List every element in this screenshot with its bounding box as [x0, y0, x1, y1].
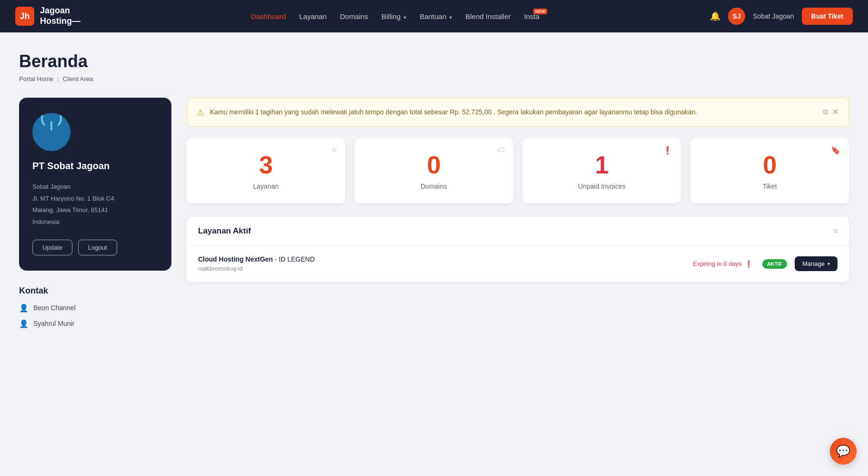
- topbar-right: 🔔 SJ Sobat Jagoan Buat Tiket: [710, 8, 853, 25]
- unpaid-label: Unpaid Invoices: [534, 182, 670, 190]
- layanan-info: Cloud Hosting NextGen - ID LEGEND naikbr…: [198, 255, 693, 272]
- layanan-expiry: Expiring in 0 days ❗: [693, 260, 753, 268]
- nav-domains[interactable]: Domains: [340, 12, 368, 20]
- unpaid-count: 1: [534, 152, 670, 179]
- unpaid-alert-icon: ❗: [663, 146, 672, 155]
- domains-icon: 🏷: [497, 146, 505, 154]
- nav-dashboard[interactable]: Dashboard: [251, 12, 286, 20]
- alert-copy-button[interactable]: ⧉: [823, 108, 828, 116]
- chat-avatar: 💬: [830, 438, 857, 465]
- layanan-aktif-title: Layanan Aktif: [198, 226, 251, 236]
- layanan-label: Layanan: [198, 182, 334, 190]
- kontak-item-1: 👤 Beon Channel: [19, 304, 171, 313]
- profile-line1: Sobat Jagoan: [32, 181, 158, 193]
- layanan-domain: naikbromokuy.id: [198, 265, 693, 272]
- buat-tiket-button[interactable]: Buat Tiket: [802, 8, 853, 25]
- profile-line3: Malang, Jawa Timur, 65141: [32, 204, 158, 216]
- right-panel: ⚠ Kamu memiliki 1 tagihan yang sudah mel…: [187, 98, 849, 339]
- logo-line2: Hosting—: [40, 16, 80, 27]
- layanan-icon: ≡: [332, 146, 336, 154]
- page-body: Beranda Portal Home | Client Area: [0, 32, 868, 476]
- stats-grid: ≡ 3 Layanan 🏷 0 Domains ❗ 1 Unpaid In: [187, 138, 849, 203]
- update-button[interactable]: Update: [32, 240, 72, 255]
- nav-layanan[interactable]: Layanan: [299, 12, 327, 20]
- breadcrumb: Portal Home | Client Area: [19, 75, 849, 82]
- kontak-title: Kontak: [19, 286, 171, 296]
- profile-card: PT Sobat Jagoan Sobat Jagoan Jl. MT Hary…: [19, 98, 171, 271]
- stat-card-unpaid[interactable]: ❗ 1 Unpaid Invoices: [523, 138, 681, 203]
- nav-bantuan[interactable]: Bantuan ▾: [419, 12, 452, 20]
- profile-line2: Jl. MT Haryono No. 1 Blok C4: [32, 193, 158, 205]
- manage-button[interactable]: Manage ▾: [795, 256, 838, 271]
- tiket-count: 0: [702, 152, 838, 179]
- profile-actions: Update Logout: [32, 240, 158, 255]
- profile-line4: Indonesia: [32, 216, 158, 228]
- logout-button[interactable]: Logout: [78, 240, 117, 255]
- alert-text: Kamu memiliki 1 tagihan yang sudah melew…: [210, 107, 817, 117]
- layanan-aktif-header: Layanan Aktif ≡: [187, 217, 849, 246]
- avatar[interactable]: SJ: [728, 8, 745, 25]
- kontak-name-1: Beon Channel: [33, 304, 76, 312]
- domains-label: Domains: [366, 182, 502, 190]
- alert-box: ⚠ Kamu memiliki 1 tagihan yang sudah mel…: [187, 98, 849, 127]
- alert-actions: ⧉ ✕: [823, 107, 839, 117]
- layanan-aktif-card: Layanan Aktif ≡ Cloud Hosting NextGen - …: [187, 217, 849, 282]
- alert-warning-icon: ⚠: [197, 107, 204, 118]
- topbar-username: Sobat Jagoan: [753, 12, 794, 20]
- layanan-name: Cloud Hosting NextGen - ID LEGEND: [198, 255, 693, 263]
- power-icon: [35, 115, 68, 149]
- layanan-row: Cloud Hosting NextGen - ID LEGEND naikbr…: [187, 246, 849, 282]
- breadcrumb-portal-home[interactable]: Portal Home: [19, 75, 53, 82]
- layanan-count: 3: [198, 152, 334, 179]
- breadcrumb-sep: |: [57, 75, 59, 82]
- main-nav: Dashboard Layanan Domains Billing ▾ Bant…: [251, 12, 539, 20]
- svg-point-0: [35, 116, 68, 148]
- main-content: Beranda Portal Home | Client Area: [0, 32, 868, 476]
- nav-insta[interactable]: InstaNEW: [524, 12, 540, 20]
- tiket-icon: 🔖: [831, 146, 840, 155]
- left-panel: PT Sobat Jagoan Sobat Jagoan Jl. MT Hary…: [19, 98, 171, 339]
- manage-arrow-icon: ▾: [828, 261, 830, 266]
- nav-blend-installer[interactable]: Blend Installer: [465, 12, 510, 20]
- profile-detail: Sobat Jagoan Jl. MT Haryono No. 1 Blok C…: [32, 181, 158, 228]
- logo-area: Jh Jagoan Hosting—: [15, 6, 80, 26]
- page-title: Beranda: [19, 51, 849, 71]
- kontak-section: Kontak 👤 Beon Channel 👤 Syahrul Munir: [19, 282, 171, 339]
- profile-icon-wrap: [32, 113, 70, 151]
- logo-line1: Jagoan: [40, 6, 80, 16]
- chat-bubble[interactable]: 💬: [830, 438, 857, 465]
- alert-close-button[interactable]: ✕: [832, 107, 839, 117]
- topbar: Jh Jagoan Hosting— Dashboard Layanan Dom…: [0, 0, 868, 32]
- tiket-label: Tiket: [702, 182, 838, 190]
- layanan-filter-icon[interactable]: ≡: [833, 227, 838, 235]
- stat-card-domains[interactable]: 🏷 0 Domains: [355, 138, 513, 203]
- company-name: PT Sobat Jagoan: [32, 161, 158, 172]
- stat-card-tiket[interactable]: 🔖 0 Tiket: [690, 138, 849, 203]
- logo-letters: Jh: [20, 11, 30, 21]
- expiry-warning-icon: ❗: [745, 260, 753, 268]
- kontak-item-2: 👤 Syahrul Munir: [19, 319, 171, 328]
- breadcrumb-client-area[interactable]: Client Area: [63, 75, 93, 82]
- notification-icon[interactable]: 🔔: [710, 11, 720, 21]
- logo-icon: Jh: [15, 7, 34, 26]
- logo-text: Jagoan Hosting—: [40, 6, 80, 26]
- person-icon-1: 👤: [19, 304, 29, 313]
- status-badge: AKTIF: [762, 259, 787, 269]
- person-icon-2: 👤: [19, 319, 29, 328]
- content-area: PT Sobat Jagoan Sobat Jagoan Jl. MT Hary…: [19, 98, 849, 339]
- expiry-text: Expiring in 0 days: [693, 260, 742, 267]
- nav-billing[interactable]: Billing ▾: [381, 12, 406, 20]
- domains-count: 0: [366, 152, 502, 179]
- stat-card-layanan[interactable]: ≡ 3 Layanan: [187, 138, 345, 203]
- kontak-name-2: Syahrul Munir: [33, 320, 74, 327]
